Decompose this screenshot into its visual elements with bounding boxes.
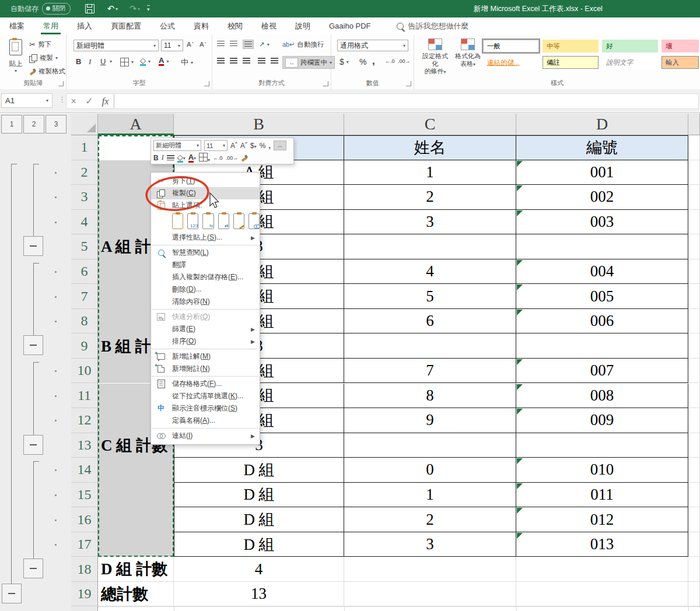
column-header-C[interactable]: C [344, 114, 516, 135]
menu-item-show-phonetic[interactable]: 中顯示注音標示欄位(S) [151, 402, 260, 415]
cell-E3[interactable] [688, 185, 700, 210]
menu-item-format-cells[interactable]: 儲存格格式(F)... [151, 378, 260, 390]
cell-E11[interactable] [688, 384, 700, 409]
row-header-18[interactable]: 18 [71, 557, 98, 582]
column-header-E-sliver[interactable] [688, 114, 700, 135]
cell-B19[interactable]: 13 [174, 582, 344, 607]
mini-font-color-button[interactable]: A▾ [188, 153, 196, 163]
cell-D16[interactable]: 012 [516, 507, 688, 532]
row-header-19[interactable]: 19 [71, 582, 98, 607]
menu-item-link[interactable]: 連結(I)▶ [151, 430, 260, 442]
menu-item-cut[interactable]: ✂剪下(T) [151, 175, 260, 187]
row-header-14[interactable]: 14 [71, 458, 98, 483]
cell-C15[interactable]: 1 [344, 483, 516, 508]
cell-E7[interactable] [688, 284, 700, 309]
row-header-13[interactable]: 13 [71, 433, 98, 458]
outline-level-button-3[interactable]: 3 [46, 115, 66, 134]
cell-A15[interactable] [98, 483, 174, 508]
mini-currency-button[interactable]: $▾ [250, 142, 257, 150]
cell-B14[interactable]: D 組 [174, 458, 344, 483]
column-header-A[interactable]: A [98, 114, 174, 135]
menu-item-smart-lookup[interactable]: 智慧查閱(L) [151, 247, 260, 259]
cell-A14[interactable] [98, 458, 174, 483]
row-header-9[interactable]: 9 [71, 333, 98, 359]
cell-D1[interactable]: 編號 [516, 135, 688, 160]
cell-C19[interactable] [344, 582, 516, 607]
row-header-12[interactable]: 12 [71, 408, 98, 433]
row-header-2[interactable]: 2 [71, 160, 98, 185]
cell-C8[interactable]: 6 [344, 309, 516, 334]
row-header-3[interactable]: 3 [71, 185, 98, 210]
mini-bold-button[interactable]: B [153, 154, 159, 162]
row-header-11[interactable]: 11 [71, 384, 98, 409]
outline-collapse-button-level1[interactable] [2, 584, 22, 603]
row-header-15[interactable]: 15 [71, 483, 98, 508]
cell-E18[interactable] [688, 557, 700, 582]
row-header-10[interactable]: 10 [71, 359, 98, 384]
mini-comma-button[interactable]: , [268, 142, 270, 150]
cell-E6[interactable] [688, 259, 700, 285]
cell-D9[interactable] [516, 333, 688, 359]
menu-item-delete[interactable]: 刪除(D)... [151, 283, 260, 296]
cell-D11[interactable]: 008 [516, 384, 688, 409]
cell-C17[interactable]: 3 [344, 532, 516, 557]
paste-formatting-icon[interactable] [233, 213, 244, 229]
row-header-16[interactable]: 16 [71, 507, 98, 532]
mini-percent-button[interactable]: % [260, 142, 266, 150]
cell-C5[interactable] [344, 234, 516, 259]
cell-E2[interactable] [688, 160, 700, 185]
row-header-5[interactable]: 5 [71, 234, 98, 259]
row-header-8[interactable]: 8 [71, 309, 98, 334]
paste-link-icon[interactable] [249, 213, 260, 229]
cell-D13[interactable] [516, 433, 688, 458]
column-header-B[interactable]: B [174, 114, 344, 135]
menu-item-pick-from-list[interactable]: 從下拉式清單挑選(K)... [151, 390, 260, 402]
menu-item-paste-options[interactable]: 貼上選項: [151, 199, 260, 212]
cell-E9[interactable] [688, 333, 700, 359]
cell-C13[interactable] [344, 433, 516, 458]
outline-level-button-2[interactable]: 2 [23, 115, 44, 134]
cell-D7[interactable]: 005 [516, 284, 688, 309]
mini-shrink-font-button[interactable]: Aˇ [240, 142, 247, 150]
row-header-7[interactable]: 7 [71, 284, 98, 309]
menu-item-define-name[interactable]: 定義名稱(A)... [151, 415, 260, 427]
outline-collapse-button-row9[interactable] [23, 335, 43, 355]
paste-transpose-icon[interactable]: ⇄ [218, 213, 229, 229]
cell-C6[interactable]: 4 [344, 259, 516, 285]
outline-level-button-1[interactable]: 1 [1, 115, 22, 134]
cell-D5[interactable] [516, 234, 688, 259]
cell-A19[interactable]: 總計數 [98, 582, 174, 607]
menu-item-clear-contents[interactable]: 清除內容(N) [151, 296, 260, 308]
menu-item-new-note[interactable]: 新增附註(N) [151, 363, 260, 375]
mini-font-size-select[interactable]: 11▾ [204, 140, 228, 151]
outline-collapse-button-row5[interactable] [23, 236, 43, 256]
cell-C18[interactable] [344, 557, 516, 582]
menu-item-paste-special[interactable]: 選擇性貼上(S)...▶ [151, 231, 260, 244]
cell-C16[interactable]: 2 [344, 507, 516, 532]
cell-C3[interactable]: 2 [344, 185, 516, 210]
paste-values-123-icon[interactable]: 123 [187, 213, 198, 229]
row-header-6[interactable]: 6 [71, 259, 98, 285]
outline-collapse-button-row13[interactable] [23, 435, 43, 455]
cell-B15[interactable]: D 組 [174, 483, 344, 508]
outline-collapse-button-row18[interactable] [23, 559, 43, 578]
cell-D3[interactable]: 002 [516, 185, 688, 210]
menu-item-insert-copied-cells[interactable]: 插入複製的儲存格(E)... [151, 271, 260, 283]
cell-D4[interactable]: 003 [516, 210, 688, 235]
menu-item-new-comment[interactable]: 新增註解(M) [151, 350, 260, 363]
cell-B17[interactable]: D 組 [174, 532, 344, 557]
cell-E5[interactable] [688, 234, 700, 259]
cell-D2[interactable]: 001 [516, 160, 688, 185]
cell-E1[interactable] [688, 135, 700, 160]
mini-merge-center-button[interactable]: ↔ [274, 141, 286, 150]
mini-format-painter-button[interactable] [241, 154, 248, 161]
cell-D18[interactable] [516, 557, 688, 582]
menu-item-sort[interactable]: 排序(O)▶ [151, 335, 260, 347]
cell-A17[interactable] [98, 532, 174, 557]
cell-A16[interactable] [98, 507, 174, 532]
cell-C14[interactable]: 0 [344, 458, 516, 483]
mini-decrease-decimal-button[interactable]: .00→ [226, 155, 239, 161]
cell-D14[interactable]: 010 [516, 458, 688, 483]
cell-D19[interactable] [516, 582, 688, 607]
cell-C4[interactable]: 3 [344, 210, 516, 235]
